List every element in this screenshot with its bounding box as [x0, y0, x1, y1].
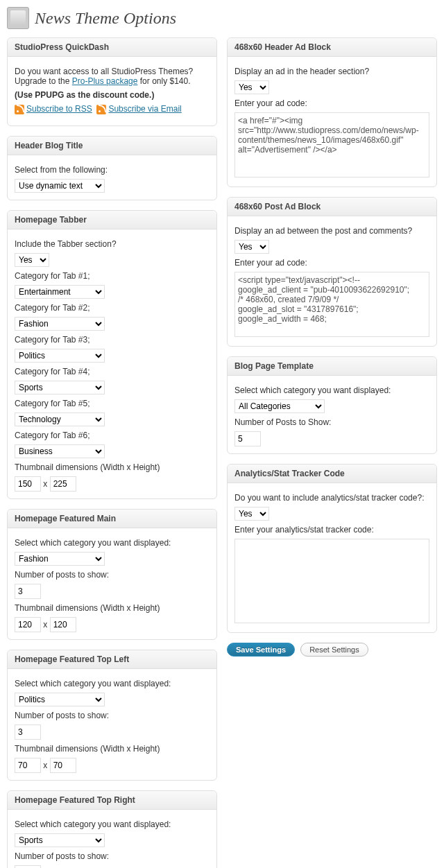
ftl-cat-label: Select which category you want displayed…	[15, 679, 210, 688]
tabber-thumb-height[interactable]	[50, 476, 76, 492]
tabber-include-label: Include the Tabber section?	[15, 239, 210, 249]
tab1-select[interactable]: Entertainment	[15, 285, 105, 299]
featured-top-left-box: Homepage Featured Top Left Select which …	[7, 650, 217, 781]
featured-main-title: Homepage Featured Main	[8, 510, 216, 528]
tab4-select[interactable]: Sports	[15, 381, 105, 394]
rss-icon	[15, 105, 24, 114]
subscribe-email-link[interactable]: Subscribe via Email	[108, 104, 181, 114]
header-ad-title: 468x60 Header Ad Block	[228, 38, 436, 57]
tabber-thumb-width[interactable]	[15, 476, 41, 492]
analytics-code-textarea[interactable]	[234, 539, 429, 623]
featured-top-right-box: Homepage Featured Top Right Select which…	[7, 790, 217, 868]
homepage-tabber-box: Homepage Tabber Include the Tabber secti…	[7, 210, 217, 499]
post-ad-code-textarea[interactable]: <script type="text/javascript"><!-- goog…	[234, 272, 429, 337]
rss-icon	[96, 105, 106, 114]
tab6-label: Category for Tab #6;	[15, 431, 210, 440]
analytics-code-label: Enter your analytics/stat tracker code:	[234, 525, 429, 535]
post-ad-display-select[interactable]: Yes	[234, 240, 269, 254]
blog-template-num-label: Number of Posts to Show:	[234, 417, 429, 427]
reset-button[interactable]: Reset Settings	[300, 643, 368, 657]
blog-template-num-input[interactable]	[234, 431, 261, 446]
blog-template-title: Blog Page Template	[228, 357, 436, 376]
tab5-select[interactable]: Technology	[15, 413, 105, 426]
featured-main-thumb-label: Thumbnail dimensions (Width x Height)	[15, 603, 210, 613]
blog-template-cat-label: Select which category you want displayed…	[234, 385, 429, 395]
quickdash-text: Do you want access to all StudioPress Th…	[15, 67, 210, 86]
post-ad-box: 468x60 Post Ad Block Display an ad betwe…	[227, 197, 437, 347]
header-ad-display-label: Display an ad in the header section?	[234, 67, 429, 76]
tabber-include-select[interactable]: Yes	[15, 253, 49, 267]
header-blog-select[interactable]: Use dynamic text	[15, 179, 105, 193]
analytics-box: Analytics/Stat Tracker Code Do you want …	[227, 464, 437, 633]
header-ad-code-label: Enter your ad code:	[234, 98, 429, 108]
tabber-title: Homepage Tabber	[8, 211, 216, 229]
featured-main-thumb-width[interactable]	[15, 617, 41, 632]
analytics-title: Analytics/Stat Tracker Code	[228, 465, 436, 483]
post-ad-code-label: Enter your ad code:	[234, 258, 429, 268]
page-title: News Theme Options	[7, 7, 437, 29]
quickdash-title: StudioPress QuickDash	[8, 38, 216, 57]
header-ad-box: 468x60 Header Ad Block Display an ad in …	[227, 37, 437, 187]
quickdash-box: StudioPress QuickDash Do you want access…	[7, 37, 217, 126]
header-ad-display-select[interactable]: Yes	[234, 80, 269, 94]
post-ad-display-label: Display an ad between the post and comme…	[234, 226, 429, 236]
header-blog-title: Header Blog Title	[8, 137, 216, 155]
ftr-num-input[interactable]	[15, 865, 41, 868]
blog-template-box: Blog Page Template Select which category…	[227, 356, 437, 454]
save-button[interactable]: Save Settings	[227, 643, 295, 657]
tab5-label: Category for Tab #5;	[15, 399, 210, 408]
ftr-cat-select[interactable]: Sports	[15, 833, 105, 847]
ftl-thumb-label: Thumbnail dimensions (Width x Height)	[15, 744, 210, 754]
analytics-include-select[interactable]: Yes	[234, 507, 269, 521]
blog-template-cat-select[interactable]: All Categories	[234, 399, 325, 413]
ftl-thumb-width[interactable]	[15, 758, 41, 773]
settings-icon	[7, 7, 29, 29]
ftl-num-label: Number of posts to show:	[15, 711, 210, 720]
tab2-select[interactable]: Fashion	[15, 317, 105, 331]
ftl-num-input[interactable]	[15, 724, 41, 740]
tab2-label: Category for Tab #2;	[15, 303, 210, 313]
tab6-select[interactable]: Business	[15, 444, 105, 458]
header-ad-code-textarea[interactable]: <a href="#"><img src="http://www.studiop…	[234, 112, 429, 177]
featured-top-left-title: Homepage Featured Top Left	[8, 650, 216, 669]
tabber-thumb-label: Thumbnail dimensions (Width x Height)	[15, 462, 210, 472]
ftl-thumb-height[interactable]	[50, 758, 76, 773]
featured-main-thumb-height[interactable]	[50, 617, 76, 632]
ftl-cat-select[interactable]: Politics	[15, 693, 105, 706]
post-ad-title: 468x60 Post Ad Block	[228, 198, 436, 216]
featured-main-num-label: Number of posts to show:	[15, 570, 210, 580]
featured-main-cat-select[interactable]: Fashion	[15, 552, 105, 566]
header-blog-title-box: Header Blog Title Select from the follow…	[7, 136, 217, 200]
featured-main-num-input[interactable]	[15, 584, 41, 599]
tab1-label: Category for Tab #1;	[15, 271, 210, 281]
ftr-cat-label: Select which category you want displayed…	[15, 819, 210, 829]
ftr-num-label: Number of posts to show:	[15, 851, 210, 861]
tab3-label: Category for Tab #3;	[15, 335, 210, 345]
analytics-include-label: Do you want to include analytics/stat tr…	[234, 493, 429, 503]
header-blog-label: Select from the following:	[15, 165, 210, 175]
tab4-label: Category for Tab #4;	[15, 367, 210, 376]
pro-plus-link[interactable]: Pro-Plus package	[72, 76, 138, 86]
featured-top-right-title: Homepage Featured Top Right	[8, 791, 216, 810]
subscribe-rss-link[interactable]: Subscribe to RSS	[26, 104, 92, 114]
tab3-select[interactable]: Politics	[15, 349, 105, 363]
featured-main-box: Homepage Featured Main Select which cate…	[7, 509, 217, 640]
featured-main-cat-label: Select which category you want displayed…	[15, 538, 210, 548]
page-title-text: News Theme Options	[35, 9, 176, 28]
discount-code: (Use PPUPG as the discount code.)	[15, 90, 154, 100]
